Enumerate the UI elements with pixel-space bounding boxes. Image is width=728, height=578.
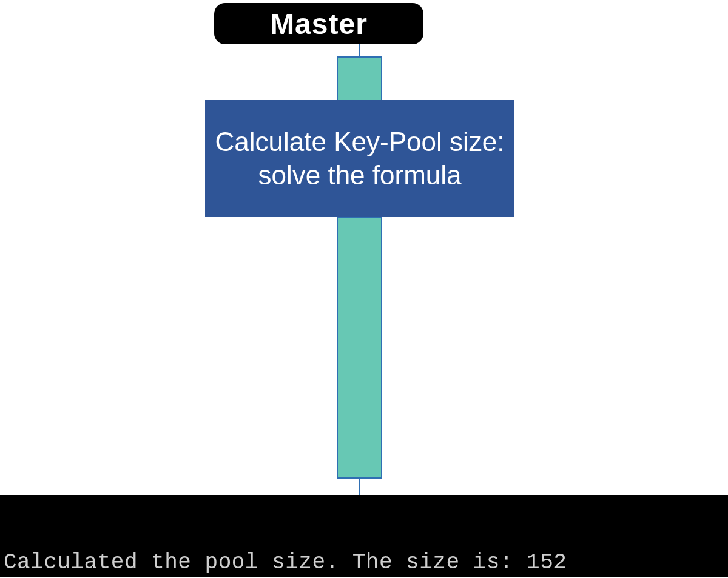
console-output: Calculated the pool size. The size is: 1… [0, 495, 728, 577]
diagram-canvas: Master Calculate Key-Pool size: solve th… [0, 0, 728, 578]
connector-bottom [359, 479, 360, 495]
lifeline-activation-main [337, 217, 382, 479]
master-node: Master [214, 3, 423, 44]
console-line: Calculated the pool size. The size is: 1… [4, 549, 724, 576]
connector-top [359, 44, 360, 56]
calculate-keypool-node: Calculate Key-Pool size: solve the formu… [205, 100, 514, 217]
